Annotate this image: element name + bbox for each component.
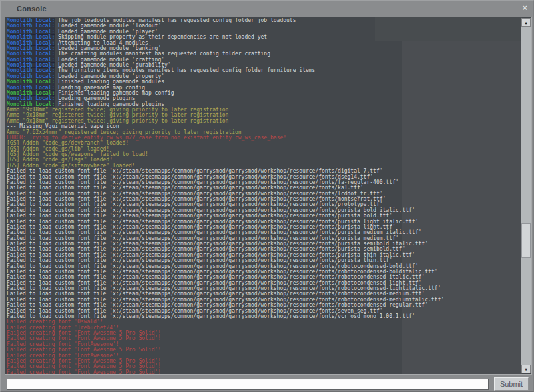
console-line-prefix: Monolith Local: (7, 34, 55, 40)
scroll-down-button[interactable]: ▼ (521, 365, 531, 373)
console-window: Console × Monolith Local: The job_loadou… (0, 0, 534, 392)
console-line-prefix: Monolith Local: (7, 51, 55, 57)
close-icon[interactable]: × (522, 3, 527, 13)
console-lines: Monolith Local: The job_loadouts modules… (7, 18, 520, 374)
title-bar[interactable]: Console × (1, 1, 533, 17)
command-input[interactable] (7, 379, 489, 390)
console-line-prefix: Monolith Local: (7, 79, 55, 85)
scroll-up-button[interactable]: ▲ (521, 18, 531, 27)
scrollbar-thumb[interactable] (521, 223, 531, 258)
scrollbar-track[interactable] (521, 27, 531, 365)
scrollbar[interactable]: ▲ ▼ (521, 18, 531, 373)
window-title: Console (17, 5, 47, 13)
console-output-panel: Monolith Local: The job_loadouts modules… (5, 17, 532, 375)
console-line: Failed creating font 'Font Awesome 5 Pro… (7, 370, 520, 374)
console-line-prefix: Monolith Local: (7, 95, 55, 101)
submit-button[interactable]: Submit (494, 377, 529, 391)
console-line-text: Failed creating font 'Font Awesome 5 Pro… (7, 369, 161, 374)
